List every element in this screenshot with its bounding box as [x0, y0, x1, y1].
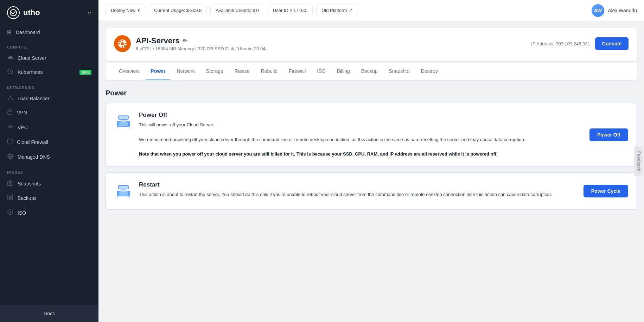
sidebar-item-load-balancer[interactable]: Load Balancer — [0, 92, 98, 105]
svg-point-17 — [122, 46, 123, 48]
svg-rect-26 — [128, 121, 130, 126]
tab-network[interactable]: Network — [172, 63, 199, 80]
tab-resize[interactable]: Resize — [230, 63, 255, 80]
restart-icon — [115, 181, 132, 201]
available-credits-label: Available Credits: $ 0 — [216, 8, 259, 13]
networking-section-label: NETWORKING — [0, 80, 98, 92]
deploy-new-label: Deploy New — [111, 8, 135, 13]
current-usage-label: Current Usage: $ 809.9 — [154, 8, 202, 13]
tab-snapshot[interactable]: Snapshot — [384, 63, 414, 80]
dashboard-icon: ⊞ — [7, 29, 12, 36]
feedback-tab[interactable]: Feedback — [635, 146, 644, 176]
server-specs: 6 vCPU / 16384 MB Memory / 320 GB SSD Di… — [136, 46, 266, 51]
sidebar-item-vpn[interactable]: VPN — [0, 105, 98, 120]
logo-icon — [7, 6, 20, 19]
sidebar-item-label: Backups — [18, 195, 37, 201]
svg-rect-30 — [117, 191, 119, 196]
console-button[interactable]: Console — [595, 37, 629, 50]
restart-card: Restart This action is about to restart … — [106, 172, 637, 210]
content-area: API-Servers ✏ 6 vCPU / 16384 MB Memory /… — [98, 21, 644, 322]
server-right: IP Address: 303.109.245.331 Console — [531, 37, 629, 50]
vpc-icon — [7, 124, 13, 131]
svg-point-10 — [9, 182, 11, 184]
power-off-button[interactable]: Power Off — [589, 128, 628, 141]
svg-point-13 — [9, 211, 11, 213]
sidebar-item-label: VPN — [17, 110, 27, 115]
svg-point-4 — [8, 99, 9, 100]
sidebar-item-label: Snapshots — [18, 181, 41, 187]
svg-point-7 — [9, 126, 11, 128]
sidebar-item-cloud-firewall[interactable]: Cloud Firewall — [0, 135, 98, 150]
dns-icon — [7, 153, 13, 161]
sidebar-item-kubernetes[interactable]: Kubernetes Beta — [0, 65, 98, 80]
logo-text: utho — [23, 8, 40, 17]
svg-rect-29 — [119, 185, 128, 189]
edit-server-name-icon[interactable]: ✏ — [183, 37, 187, 44]
tab-rebuild[interactable]: Rebuild — [256, 63, 282, 80]
user-area[interactable]: AW Alex Wangdu — [592, 4, 637, 17]
tab-overview[interactable]: Overview — [114, 63, 144, 80]
svg-point-2 — [9, 71, 11, 72]
load-balancer-icon — [7, 95, 13, 102]
server-info: API-Servers ✏ 6 vCPU / 16384 MB Memory /… — [114, 35, 266, 52]
tab-firewall[interactable]: Firewall — [284, 63, 311, 80]
avatar: AW — [592, 4, 604, 17]
sidebar-item-label: ISO — [18, 210, 26, 216]
tab-destroy[interactable]: Destroy — [416, 63, 443, 80]
power-off-text: This will power off your Cloud Server.We… — [139, 121, 583, 158]
server-name-text: API-Servers — [136, 36, 180, 45]
user-name: Alex Wangdu — [608, 8, 637, 13]
svg-point-3 — [10, 96, 11, 97]
sidebar-item-snapshots[interactable]: Snapshots — [0, 177, 98, 191]
power-off-title: Power Off — [139, 112, 583, 119]
restart-icon-wrap — [114, 181, 133, 201]
sidebar-item-label: Kubernetes — [18, 69, 43, 75]
os-icon — [114, 35, 131, 52]
restart-title: Restart — [139, 181, 577, 188]
backups-icon — [7, 194, 13, 202]
external-link-icon: ↗ — [349, 8, 353, 13]
tab-storage[interactable]: Storage — [201, 63, 228, 80]
tab-iso[interactable]: ISO — [312, 63, 330, 80]
user-initials: AW — [594, 8, 602, 13]
sidebar-item-iso[interactable]: ISO — [0, 206, 98, 220]
svg-point-16 — [122, 40, 123, 42]
power-cycle-button[interactable]: Power Cycle — [584, 185, 628, 197]
user-id-label: User ID # 17160. — [273, 8, 307, 13]
tabs-bar: OverviewPowerNetworkStorageResizeRebuild… — [106, 63, 637, 81]
tab-backup[interactable]: Backup — [356, 63, 383, 80]
old-platform-button[interactable]: Old Platform ↗ — [316, 5, 358, 16]
sidebar-item-vpc[interactable]: VPC — [0, 120, 98, 135]
old-platform-label: Old Platform — [321, 8, 347, 13]
svg-point-20 — [119, 40, 121, 42]
restart-content: Restart This action is about to restart … — [139, 181, 577, 198]
svg-point-15 — [121, 42, 124, 45]
images-section-label: IMAGES — [0, 164, 98, 177]
server-card: API-Servers ✏ 6 vCPU / 16384 MB Memory /… — [106, 28, 637, 61]
sidebar-item-managed-dns[interactable]: Managed DNS — [0, 150, 98, 164]
deploy-new-button[interactable]: Deploy New ▾ — [106, 5, 145, 16]
svg-point-18 — [119, 43, 120, 45]
sidebar-item-label: Managed DNS — [18, 154, 50, 160]
collapse-sidebar-button[interactable]: ‹‹ — [87, 9, 91, 17]
svg-rect-31 — [128, 191, 130, 196]
topbar: Deploy New ▾ Current Usage: $ 809.9 Avai… — [98, 0, 644, 21]
restart-text: This action is about to restart the serv… — [139, 191, 577, 198]
available-credits-button[interactable]: Available Credits: $ 0 — [210, 5, 264, 16]
tab-billing[interactable]: Billing — [332, 63, 355, 80]
svg-point-21 — [124, 45, 126, 47]
power-off-card: Power Off This will power off your Cloud… — [106, 103, 637, 167]
vpn-icon — [7, 109, 13, 116]
current-usage-button[interactable]: Current Usage: $ 809.9 — [149, 5, 207, 16]
docs-button[interactable]: Docs — [0, 305, 98, 322]
sidebar-item-backups[interactable]: Backups — [0, 191, 98, 206]
sidebar-item-label: VPC — [18, 125, 28, 130]
sidebar-item-cloud-server[interactable]: Cloud Server — [0, 51, 98, 65]
ip-address-label: IP Address: 303.109.245.331 — [531, 41, 590, 46]
sidebar-item-dashboard[interactable]: ⊞ Dashboard — [0, 25, 98, 39]
power-off-icon — [115, 112, 132, 131]
user-id-button[interactable]: User ID # 17160. — [268, 5, 313, 16]
svg-rect-24 — [119, 116, 128, 119]
tab-power[interactable]: Power — [146, 63, 170, 80]
server-header: API-Servers ✏ 6 vCPU / 16384 MB Memory /… — [114, 35, 629, 52]
